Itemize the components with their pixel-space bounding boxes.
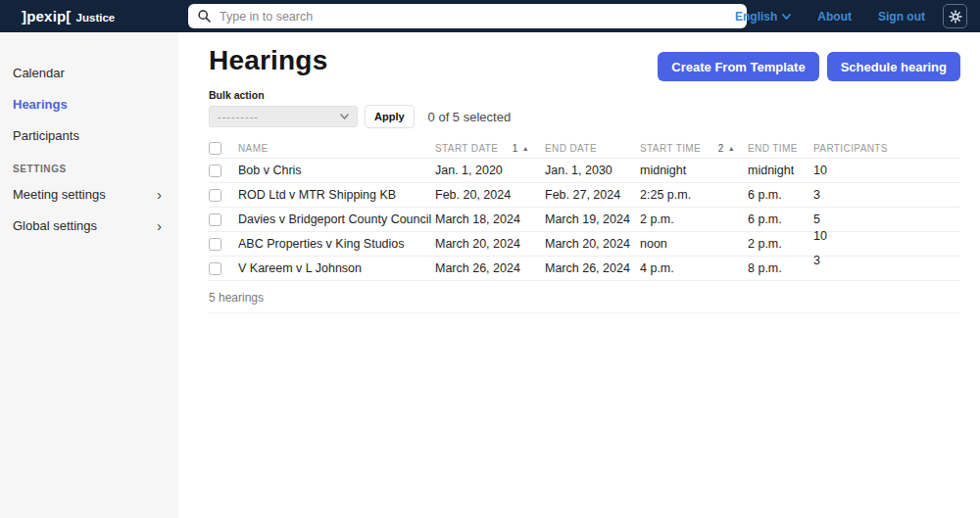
row-checkbox[interactable] <box>209 189 221 202</box>
logo-pexip: ]pexip[ <box>22 8 72 24</box>
cell-participants: 10 <box>813 237 960 251</box>
cell-end-time: midnight <box>748 164 813 177</box>
cell-start-time: noon <box>640 237 748 251</box>
row-checkbox[interactable] <box>209 165 221 177</box>
table-row[interactable]: V Kareem v L Johnson March 26, 2024 Marc… <box>209 257 960 281</box>
cell-start-time: 4 p.m. <box>640 261 748 275</box>
table-row[interactable]: Bob v Chris Jan. 1, 2020 Jan. 1, 2030 mi… <box>209 159 960 183</box>
sort-asc-icon: ▲ <box>728 145 735 152</box>
table-row[interactable]: Davies v Bridgeport County Council March… <box>209 208 960 232</box>
cell-end-time: 6 p.m. <box>748 212 813 226</box>
cell-participants: 3 <box>813 188 960 202</box>
cell-name: ROD Ltd v MTR Shipping KB <box>238 188 435 202</box>
cell-end-date: March 19, 2024 <box>545 212 640 226</box>
cell-participants: 3 <box>813 261 960 275</box>
cell-start-time: 2 p.m. <box>640 212 748 226</box>
sort-asc-icon: ▲ <box>522 145 529 152</box>
table-row[interactable]: ROD Ltd v MTR Shipping KB Feb. 20, 2024 … <box>209 183 960 208</box>
app-logo: ]pexip[ Justice <box>22 8 115 24</box>
bulk-action-select[interactable]: --------- <box>209 106 358 127</box>
apply-button[interactable]: Apply <box>365 105 415 128</box>
cell-start-date: March 20, 2024 <box>435 237 545 251</box>
column-header-name[interactable]: NAME <box>238 143 435 154</box>
sidebar-item-global-settings[interactable]: Global settings › <box>13 210 166 241</box>
participants-value: 10 <box>813 229 827 243</box>
hearings-table: NAME START DATE 1 ▲ END DATE START TIME … <box>209 138 960 313</box>
cell-participants: 10 <box>813 164 960 177</box>
sidebar-section-settings: SETTINGS <box>13 159 166 178</box>
main-content: Hearings Create From Template Schedule h… <box>178 32 980 518</box>
chevron-right-icon: › <box>157 187 162 202</box>
column-header-participants[interactable]: PARTICIPANTS <box>813 143 960 154</box>
sort-indicator-start-date: 1 ▲ <box>513 143 529 154</box>
cell-start-date: March 18, 2024 <box>435 212 545 226</box>
sidebar-item-participants[interactable]: Participants <box>13 119 166 151</box>
sidebar-item-label: Participants <box>13 128 79 143</box>
column-header-label: START DATE <box>435 143 498 154</box>
cell-start-date: Jan. 1, 2020 <box>435 164 545 177</box>
sort-order-number: 2 <box>718 143 724 154</box>
search-input[interactable] <box>220 10 737 24</box>
sidebar: Calendar Hearings Participants SETTINGS … <box>0 32 178 518</box>
gear-icon <box>949 10 962 24</box>
sort-order-number: 1 <box>513 143 518 154</box>
logo-justice: Justice <box>76 12 116 24</box>
about-link[interactable]: About <box>817 10 852 24</box>
chevron-down-icon <box>340 114 349 119</box>
cell-name: ABC Properties v King Studios <box>238 237 435 251</box>
language-dropdown[interactable]: English <box>735 10 791 24</box>
sidebar-item-label: Hearings <box>13 97 68 112</box>
column-header-start-date[interactable]: START DATE 1 ▲ <box>435 143 545 154</box>
cell-start-time: 2:25 p.m. <box>640 188 748 202</box>
sidebar-item-label: Calendar <box>13 66 65 80</box>
cell-name: Bob v Chris <box>238 164 435 177</box>
search-icon <box>198 10 211 23</box>
row-checkbox[interactable] <box>209 262 221 275</box>
cell-end-time: 8 p.m. <box>748 261 813 275</box>
cell-start-date: Feb. 20, 2024 <box>435 188 545 202</box>
bulk-action-select-value: --------- <box>218 111 259 122</box>
table-header-row: NAME START DATE 1 ▲ END DATE START TIME … <box>209 138 960 159</box>
row-checkbox[interactable] <box>209 213 221 226</box>
sidebar-item-hearings[interactable]: Hearings <box>13 88 166 119</box>
sidebar-item-calendar[interactable]: Calendar <box>13 57 166 88</box>
chevron-down-icon <box>782 14 791 20</box>
row-checkbox[interactable] <box>209 238 221 251</box>
language-label: English <box>735 10 777 24</box>
create-from-template-button[interactable]: Create From Template <box>658 52 818 81</box>
cell-name: Davies v Bridgeport County Council <box>238 212 435 226</box>
sidebar-item-label: Global settings <box>13 218 97 233</box>
cell-name: V Kareem v L Johnson <box>238 261 435 275</box>
sidebar-item-meeting-settings[interactable]: Meeting settings › <box>13 178 166 210</box>
chevron-right-icon: › <box>157 218 162 233</box>
sidebar-item-label: Meeting settings <box>13 187 106 202</box>
column-header-label: START TIME <box>640 143 701 154</box>
cell-end-time: 2 p.m. <box>748 237 813 251</box>
selection-count: 0 of 5 selected <box>428 110 512 124</box>
column-header-start-time[interactable]: START TIME 2 ▲ <box>640 143 748 154</box>
cell-end-time: 6 p.m. <box>748 188 813 202</box>
sign-out-link[interactable]: Sign out <box>878 10 925 24</box>
cell-end-date: March 20, 2024 <box>545 237 640 251</box>
column-header-end-time[interactable]: END TIME <box>748 143 813 154</box>
top-navbar: ]pexip[ Justice English About Sign out <box>0 0 980 32</box>
cell-start-date: March 26, 2024 <box>435 261 545 275</box>
page-title: Hearings <box>209 45 327 76</box>
select-all-checkbox[interactable] <box>209 142 221 155</box>
schedule-hearing-button[interactable]: Schedule hearing <box>827 52 960 81</box>
cell-end-date: Jan. 1, 2030 <box>545 164 640 177</box>
column-header-end-date[interactable]: END DATE <box>545 143 640 154</box>
table-footer-count: 5 hearings <box>209 281 960 313</box>
cell-start-time: midnight <box>640 164 748 177</box>
cell-end-date: Feb. 27, 2024 <box>545 188 640 202</box>
settings-gear-button[interactable] <box>943 4 967 28</box>
bulk-action-label: Bulk action <box>209 89 960 101</box>
cell-end-date: March 26, 2024 <box>545 261 640 275</box>
sort-indicator-start-time: 2 ▲ <box>718 143 735 154</box>
cell-participants: 5 <box>813 212 960 226</box>
search-bar[interactable] <box>188 4 747 28</box>
navbar-links: English About Sign out <box>735 0 925 32</box>
participants-value: 3 <box>813 254 820 267</box>
table-row[interactable]: ABC Properties v King Studios March 20, … <box>209 232 960 257</box>
